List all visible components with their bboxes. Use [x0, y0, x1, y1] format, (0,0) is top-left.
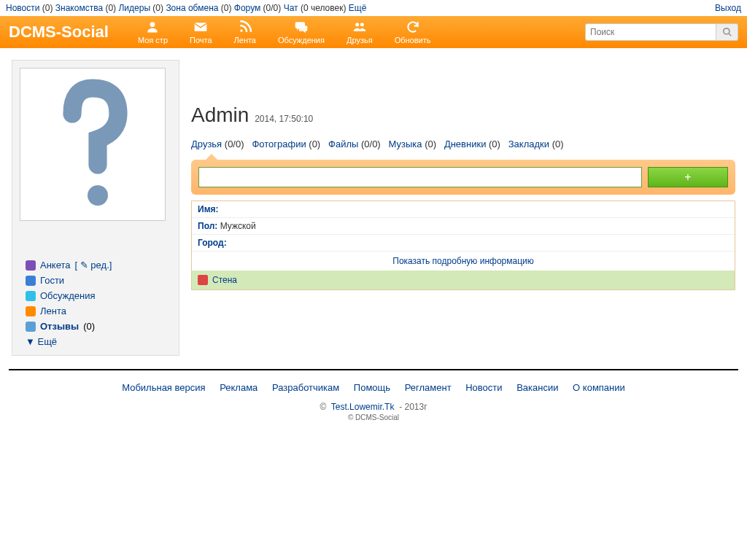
tab-diaries[interactable]: Дневники	[444, 139, 487, 149]
svg-point-3	[355, 23, 359, 26]
footer-ads[interactable]: Реклама	[220, 382, 258, 393]
svg-point-4	[360, 23, 364, 26]
name-label: Имя:	[198, 204, 219, 214]
svg-point-5	[723, 28, 729, 34]
sidebar-more[interactable]: ▼ Ещё	[18, 334, 173, 349]
mail-icon	[193, 20, 208, 34]
sidebar-discussions[interactable]: Обсуждения	[18, 288, 173, 303]
profile-title: Admin 2014, 17:50:10	[191, 96, 735, 134]
tab-music[interactable]: Музыка	[389, 139, 422, 149]
avatar	[20, 68, 166, 221]
topnav-exchange[interactable]: Зона обмена	[166, 3, 218, 13]
refresh-icon	[406, 20, 420, 34]
post-box: +	[191, 160, 735, 195]
post-submit-button[interactable]: +	[648, 167, 728, 187]
chat-icon	[294, 20, 309, 34]
avatar-placeholder-icon	[42, 71, 144, 217]
chat-icon	[26, 291, 36, 301]
rss-icon	[26, 306, 36, 316]
city-label: Город:	[198, 238, 227, 248]
tab-files[interactable]: Файлы	[328, 139, 358, 149]
info-block: Имя: Пол: Мужской Город: Показать подроб…	[191, 201, 735, 290]
topnav-more[interactable]: Ещё	[349, 3, 367, 13]
search-icon	[722, 27, 732, 37]
svg-rect-1	[195, 23, 207, 31]
footer-mobile[interactable]: Мобильная версия	[122, 382, 205, 393]
svg-point-7	[88, 185, 108, 206]
main-header: DCMS-Social Моя стр Почта Лента Обсужден…	[0, 16, 747, 48]
rss-icon	[238, 20, 252, 34]
gender-label: Пол:	[198, 221, 217, 231]
nav-feed[interactable]: Лента	[234, 20, 256, 44]
profile-timestamp: 2014, 17:50:10	[255, 114, 313, 124]
topnav-news[interactable]: Новости	[6, 3, 39, 13]
footer-news[interactable]: Новости	[465, 382, 502, 393]
svg-point-0	[150, 22, 155, 27]
sidebar-profile[interactable]: Анкета [ ✎ ред.]	[18, 257, 173, 273]
nav-mypage[interactable]: Моя стр	[138, 20, 168, 44]
nav-friends[interactable]: Друзья	[347, 20, 373, 44]
sidebar: Анкета [ ✎ ред.] Гости Обсуждения Лента …	[12, 60, 179, 356]
footer-about[interactable]: О компании	[573, 382, 625, 393]
footer-help[interactable]: Помощь	[354, 382, 390, 393]
footer-brand: © DCMS-Social	[12, 413, 735, 421]
sidebar-reviews[interactable]: Отзывы (0)	[18, 319, 173, 334]
profile-icon	[26, 260, 36, 271]
search-input[interactable]	[585, 23, 716, 41]
topnav-chat[interactable]: Чат	[284, 3, 298, 13]
logout-link[interactable]: Выход	[715, 3, 741, 13]
friends-icon	[352, 20, 367, 34]
tab-friends[interactable]: Друзья	[191, 139, 222, 149]
sidebar-guests[interactable]: Гости	[18, 273, 173, 288]
nav-discussions[interactable]: Обсуждения	[278, 20, 325, 44]
star-icon	[26, 322, 36, 332]
topnav-forum[interactable]: Форум	[234, 3, 260, 13]
post-input[interactable]	[198, 167, 642, 187]
content: Admin 2014, 17:50:10 Друзья (0/0) Фотогр…	[191, 60, 735, 290]
eye-icon	[26, 276, 36, 286]
logo: DCMS-Social	[9, 23, 109, 42]
tab-photos[interactable]: Фотографии	[252, 139, 306, 149]
footer-jobs[interactable]: Вакансии	[516, 382, 558, 393]
topnav-leaders[interactable]: Лидеры	[118, 3, 150, 13]
wall-section[interactable]: Стена	[192, 271, 735, 289]
sidebar-feed[interactable]: Лента	[18, 303, 173, 319]
user-icon	[145, 20, 160, 34]
footer-site[interactable]: Test.Lowemir.Tk	[331, 402, 395, 412]
top-nav: Новости (0) Знакомства (0) Лидеры (0) Зо…	[0, 0, 747, 16]
svg-point-2	[240, 29, 242, 31]
wall-icon	[198, 275, 208, 285]
profile-tabs: Друзья (0/0) Фотографии (0) Файлы (0/0) …	[191, 134, 735, 160]
gender-value: Мужской	[220, 221, 256, 231]
search-button[interactable]	[716, 23, 738, 41]
footer-dev[interactable]: Разработчикам	[272, 382, 339, 393]
search-box	[585, 23, 738, 41]
tab-bookmarks[interactable]: Закладки	[508, 139, 549, 149]
nav-mail[interactable]: Почта	[190, 20, 212, 44]
svg-line-6	[728, 34, 731, 36]
topnav-dating[interactable]: Знакомства	[55, 3, 103, 13]
footer: Мобильная версия Реклама Разработчикам П…	[0, 370, 747, 433]
show-more-info[interactable]: Показать подробную информацию	[392, 256, 534, 266]
footer-terms[interactable]: Регламент	[405, 382, 452, 393]
nav-refresh[interactable]: Обновить	[395, 20, 431, 44]
